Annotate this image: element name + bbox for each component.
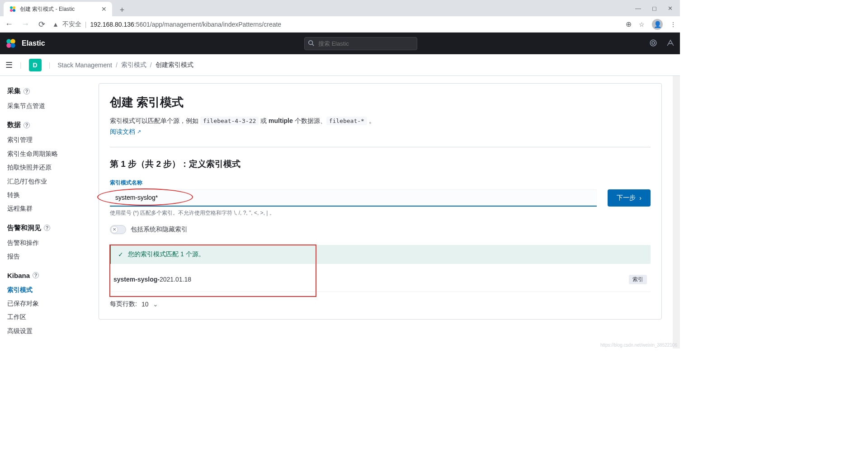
sidebar-item-spaces[interactable]: 工作区 [7,310,88,324]
watermark: https://blog.csdn.net/weixin_38522106 [600,343,677,348]
include-system-toggle-row: ✕ 包括系统和隐藏索引 [110,225,651,234]
bookmark-icon[interactable]: ☆ [639,21,645,28]
sidebar-item-transforms[interactable]: 转换 [7,188,88,202]
tab-title: 创建 索引模式 - Elastic [20,5,98,13]
chevron-down-icon: ⌄ [153,301,158,308]
svg-point-6 [6,43,11,48]
forward-button[interactable]: → [20,19,31,29]
help-icon[interactable]: ? [33,272,39,278]
sidebar-item-reporting[interactable]: 报告 [7,249,88,263]
sidebar-item-saved-objects[interactable]: 已保存对象 [7,296,88,310]
index-badge: 索引 [629,275,647,284]
window-controls: — ◻ ✕ [628,0,680,16]
svg-point-11 [652,42,655,44]
elastic-brand[interactable]: Elastic [22,39,45,47]
toggle-knob: ✕ [111,226,118,233]
back-button[interactable]: ← [4,19,14,29]
pattern-input-wrap [110,189,597,207]
sidebar-item-snapshots[interactable]: 拍取快照并还原 [7,160,88,174]
chevron-right-icon: › [639,194,642,202]
sidebar-item-remote-clusters[interactable]: 远程集群 [7,202,88,215]
elastic-header: Elastic [0,33,680,54]
breadcrumb-index-patterns[interactable]: 索引模式 [121,61,146,69]
sidebar-section-kibana: Kibana? [7,272,88,279]
reload-button[interactable]: ⟳ [36,19,47,29]
close-icon[interactable]: ✕ [101,5,107,13]
sidebar-section-ingest: 采集? [7,87,88,95]
sidebar-item-rollups[interactable]: 汇总/打包作业 [7,174,88,188]
page-title: 创建 索引模式 [110,94,651,110]
url-text: 192.168.80.136:5601/app/management/kiban… [90,21,282,28]
global-search-input[interactable] [304,37,417,50]
zoom-icon[interactable]: ⊕ [626,20,632,28]
profile-icon[interactable]: 👤 [652,19,663,30]
svg-point-3 [13,9,15,12]
help-icon[interactable]: ? [24,88,30,94]
svg-point-2 [10,9,13,12]
sidebar-item-alerts[interactable]: 告警和操作 [7,236,88,249]
sidebar-item-index-management[interactable]: 索引管理 [7,133,88,146]
next-step-button[interactable]: 下一步 › [608,189,651,207]
index-pattern-input[interactable] [110,189,597,207]
sidebar-section-data: 数据? [7,121,88,129]
close-window-icon[interactable]: ✕ [668,5,673,12]
match-row: system-syslog-2021.01.18 索引 [110,268,651,292]
pager-label: 每页行数: [110,300,137,308]
new-tab-button[interactable]: + [116,4,128,16]
sidebar-item-advanced-settings[interactable]: 高级设置 [7,324,88,338]
maximize-icon[interactable]: ◻ [652,5,657,12]
breadcrumb: Stack Management / 索引模式 / 创建索引模式 [57,61,193,69]
sidebar: 采集? 采集节点管道 数据? 索引管理 索引生命周期策略 拍取快照并还原 汇总/… [0,76,95,348]
minimize-icon[interactable]: — [635,5,641,12]
input-hint: 使用星号 (*) 匹配多个索引。不允许使用空格和字符 \, /, ?, ", <… [110,209,651,217]
callout-text: 您的索引模式匹配 1 个源。 [128,250,205,259]
global-search [304,37,417,50]
breadcrumb-create: 创建索引模式 [156,61,193,69]
toolbar-right: ⊕ ☆ 👤 ⋮ [626,19,676,30]
space-badge[interactable]: D [29,59,42,71]
address-bar[interactable]: ▲ 不安全 | 192.168.80.136:5601/app/manageme… [52,20,620,28]
insecure-icon: ▲ [52,21,59,28]
svg-point-5 [10,39,15,44]
search-icon [308,40,314,47]
sidebar-item-index-patterns[interactable]: 索引模式 [7,283,88,296]
svg-point-1 [13,6,15,9]
browser-chrome: 创建 索引模式 - Elastic ✕ + — ◻ ✕ ← → ⟳ ▲ 不安全 … [0,0,680,33]
sidebar-item-ilm[interactable]: 索引生命周期策略 [7,147,88,160]
svg-point-4 [6,39,11,44]
insecure-label: 不安全 [62,20,81,28]
sub-header: ☰ | D | Stack Management / 索引模式 / 创建索引模式 [0,54,680,76]
tab-bar: 创建 索引模式 - Elastic ✕ + — ◻ ✕ [0,0,680,16]
browser-tab[interactable]: 创建 索引模式 - Elastic ✕ [4,2,112,16]
toggle-label: 包括系统和隐藏索引 [131,226,188,234]
check-icon: ✓ [118,251,123,258]
include-system-toggle[interactable]: ✕ [110,225,126,234]
hamburger-menu-icon[interactable]: ☰ [5,60,13,70]
pager-value: 10 [142,301,149,308]
rows-per-page[interactable]: 每页行数: 10 ⌄ [110,300,651,308]
header-right [649,39,675,48]
page-description: 索引模式可以匹配单个源，例如 filebeat-4-3-22 或 multipl… [110,116,651,126]
field-row: 下一步 › [110,189,651,207]
svg-point-8 [309,40,313,44]
svg-line-9 [312,44,314,46]
elastic-logo-icon[interactable] [5,38,16,49]
svg-point-0 [10,6,13,9]
field-label: 索引模式名称 [110,179,651,187]
sidebar-section-alerts: 告警和洞见? [7,224,88,232]
help-icon[interactable] [666,39,675,48]
scrollbar-track[interactable] [673,76,680,348]
external-link-icon: ↗ [137,129,141,135]
read-docs-link[interactable]: 阅读文档↗ [110,128,141,136]
help-icon[interactable]: ? [44,225,50,231]
sidebar-item-ingest-pipelines[interactable]: 采集节点管道 [7,99,88,113]
help-icon[interactable]: ? [24,122,30,128]
kebab-menu-icon[interactable]: ⋮ [670,21,676,28]
panel: 创建 索引模式 索引模式可以匹配单个源，例如 filebeat-4-3-22 或… [99,83,662,320]
step-title: 第 1 步（共 2 步）：定义索引模式 [110,158,651,170]
divider [110,147,651,147]
breadcrumb-stack-management[interactable]: Stack Management [57,61,112,69]
newsfeed-icon[interactable] [649,39,657,48]
browser-toolbar: ← → ⟳ ▲ 不安全 | 192.168.80.136:5601/app/ma… [0,16,680,33]
svg-point-7 [10,43,15,48]
